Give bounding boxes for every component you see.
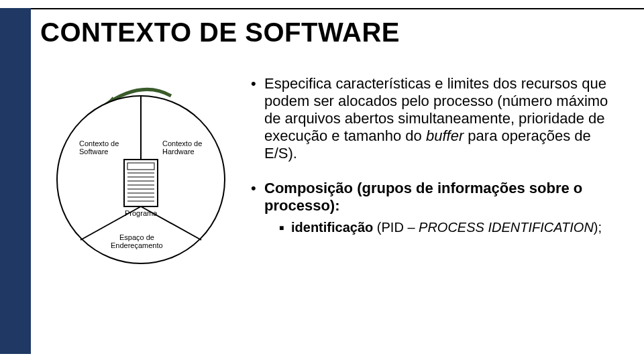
process-context-diagram: Contexto de Software Contexto de Hardwar… xyxy=(40,72,241,287)
bullet-composicao: Composição (grupos de informações sobre … xyxy=(250,180,617,236)
bullet-identificacao: identificação (PID – PROCESS IDENTIFICAT… xyxy=(264,220,617,236)
program-box xyxy=(124,160,158,206)
accent-rule xyxy=(0,8,644,9)
bullet-especifica: Especifica características e limites dos… xyxy=(250,75,617,162)
page-title: CONTEXTO DE SOFTWARE xyxy=(40,17,400,48)
slide: CONTEXTO DE SOFTWARE Contexto de Softwar… xyxy=(0,0,644,362)
accent-sidebar xyxy=(0,8,31,354)
label-programa: Programa xyxy=(125,209,158,217)
body-text: Especifica características e limites dos… xyxy=(250,75,617,253)
